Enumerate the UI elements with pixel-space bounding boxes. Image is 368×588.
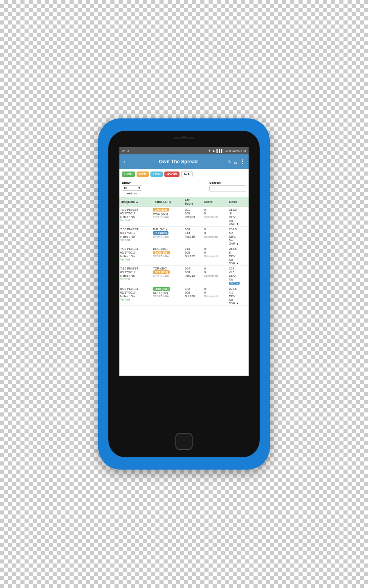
menu-button[interactable]: ⋮ [240,158,245,165]
filter-high[interactable]: HIGH [122,172,135,177]
show-select-wrapper: 10 ▼ [122,185,142,191]
signal-icon: ▌▌▌ [217,149,224,153]
home-nav-button[interactable]: ⌂ [234,159,237,165]
ovr-text: OVR ▲ [229,302,248,305]
ovr-text: OVR ▲ [229,242,248,245]
verified-label: Verified [120,219,151,222]
filter-row: HIGH MED LOW AVOID N/A [119,169,249,179]
status-bar-left: ✉ ⊙ [122,149,129,153]
cell-odds: 215.58DEV:NoOVR ▲ [228,246,249,266]
team-home-badge[interactable]: DET (806) [153,270,169,274]
table-header-row: Time|Date ▲ Teams (A/H) Est.Score Score … [119,197,249,207]
phone-inner: ✉ ⊙ ✦ ▲ ▌▌▌ 32% 12:50 PM ← Own The Sprea… [108,131,260,457]
verified-label: Verified [120,298,151,301]
table-row: 8:00 PM EST03/17/2017Notes : NoVerifiedH… [119,286,249,306]
cell-score: 00Scheduled [203,286,228,306]
ovr-text: UND ▼ [229,223,248,225]
cell-est-score: 106113Tot:219 [184,227,203,246]
team-away-badge[interactable]: HOU (811) [153,287,170,291]
show-value: 10 [123,186,138,190]
ovr-text: OVR ▲ [229,262,248,265]
show-block: Show 10 ▼ entries [122,181,142,195]
filter-med[interactable]: MED [137,172,149,177]
refresh-button[interactable]: ↻ [228,160,231,164]
sport-label: SPORT: NBA [153,216,183,218]
cell-est-score: 101108Tot:209 [184,207,203,227]
status-bar: ✉ ⊙ ✦ ▲ ▌▌▌ 32% 12:50 PM [119,147,249,154]
cell-score: 00Scheduled [203,246,228,266]
controls-row: Show 10 ▼ entries Search: [119,179,249,197]
cell-time-date: 8:00 PM EST03/17/2017Notes : NoVerified [119,286,152,306]
table-row: 7:30 PM EST03/17/2017Notes : NoVerifiedB… [119,246,249,266]
cell-time-date: 7:00 PM EST03/17/2017Notes : NoVerified [119,207,152,227]
home-button[interactable] [175,433,193,450]
cell-odds: 229.54.5DEV:NoOVR ▲ [228,286,249,306]
col-odds: Odds [228,197,249,207]
team-away-badge[interactable]: TOR (805) [153,267,183,270]
table-row: 7:00 PM EST03/17/2017Notes : NoVerifiedD… [119,227,249,246]
cell-score: 00Scheduled [203,266,228,286]
cell-score: 00Scheduled [203,227,228,246]
team-home-badge[interactable]: NOR (812) [153,291,183,295]
search-input[interactable] [209,185,246,192]
cell-odds: 202-3.5DEV:NoOVR ▲ [228,266,249,286]
games-table: Time|Date ▲ Teams (A/H) Est.Score Score … [119,197,249,306]
cell-odds: 204.55.5DEV:NoOVR ▲ [228,227,249,246]
instagram-icon: ⊙ [126,149,129,153]
verified-label: Verified [120,238,151,241]
verified-label: Verified [120,258,151,261]
verified-label: Verified [120,278,151,281]
cell-teams: HOU (811)NOR (812)SPORT: NBA [152,286,184,306]
cell-est-score: 114108Tot:222 [184,246,203,266]
app-header: ← Own The Spread ↻ ⌂ ⋮ [119,154,249,169]
entries-label: entries [122,192,142,195]
phone-outer: ✉ ⊙ ✦ ▲ ▌▌▌ 32% 12:50 PM ← Own The Sprea… [98,118,270,470]
show-dropdown-icon[interactable]: ▼ [138,187,141,189]
filter-low[interactable]: LOW [150,172,163,177]
cell-time-date: 7:30 PM EST03/17/2017Notes : NoVerified [119,266,152,286]
show-label: Show [122,181,142,185]
filter-avoid[interactable]: AVOID [164,172,180,177]
team-home-badge[interactable]: BKN (808) [153,251,170,254]
col-teams: Teams (A/H) [152,197,184,207]
team-home-badge[interactable]: WAS (804) [153,212,183,216]
team-away-badge[interactable]: CHI (803) [153,208,168,212]
header-icons: ↻ ⌂ ⋮ [228,158,245,165]
status-bar-right: ✦ ▲ ▌▌▌ 32% 12:50 PM [208,149,246,153]
table-row: 7:30 PM EST03/17/2017Notes : NoVerifiedT… [119,266,249,286]
col-est-score: Est.Score [184,197,203,207]
sport-label: SPORT: NBA [153,255,183,258]
team-away-badge[interactable]: DAL (801) [153,227,183,231]
app-title: Own The Spread [128,159,228,165]
sport-label: SPORT: NBA [153,274,183,277]
screen: ✉ ⊙ ✦ ▲ ▌▌▌ 32% 12:50 PM ← Own The Sprea… [119,147,249,376]
mail-icon: ✉ [122,149,125,153]
search-label: Search: [209,181,246,185]
cell-teams: TOR (805)DET (806)SPORT: NBA [152,266,184,286]
ovr-badge: OVR ▲ [229,282,240,285]
table-row: 7:00 PM EST03/17/2017Notes : NoVerifiedC… [119,207,249,227]
team-home-badge[interactable]: PHI (802) [153,231,168,235]
sport-label: SPORT: NBA [153,295,183,298]
bluetooth-icon: ✦ [208,149,211,153]
col-score: Score [203,197,228,207]
cell-est-score: 122108Tot:230 [184,286,203,306]
cell-teams: DAL (801)PHI (802)SPORT: NBA [152,227,184,246]
sort-arrow[interactable]: ▲ [136,200,139,203]
cell-time-date: 7:30 PM EST03/17/2017Notes : NoVerified [119,246,152,266]
table-container: Time|Date ▲ Teams (A/H) Est.Score Score … [119,197,249,370]
cell-est-score: 104108Tot:212 [184,266,203,286]
wifi-icon: ▲ [212,149,215,153]
search-block: Search: [209,181,246,192]
cell-teams: CHI (803)WAS (804)SPORT: NBA [152,207,184,227]
sport-label: SPORT: NBA [153,235,183,238]
cell-time-date: 7:00 PM EST03/17/2017Notes : NoVerified [119,227,152,246]
col-time-date: Time|Date ▲ [119,197,152,207]
team-away-badge[interactable]: BOS (807) [153,247,183,251]
filter-na[interactable]: N/A [181,171,193,177]
cell-score: 00Scheduled [203,207,228,227]
cell-odds: 212.5-8DEV:NoUND ▼ [228,207,249,227]
battery-percent: 32% 12:50 PM [225,149,246,153]
back-button[interactable]: ← [123,158,128,165]
cell-teams: BOS (807)BKN (808)SPORT: NBA [152,246,184,266]
